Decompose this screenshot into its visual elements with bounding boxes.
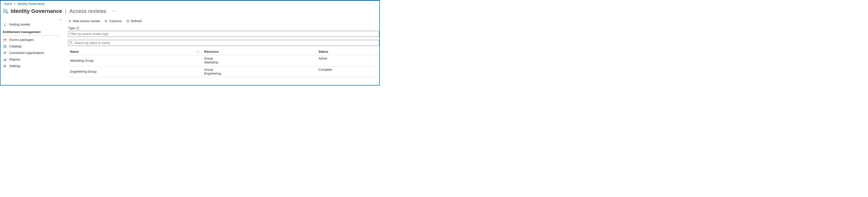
sidebar-item-access-packages[interactable]: Access packages <box>0 36 63 43</box>
breadcrumb-current[interactable]: Identity Governance <box>18 2 45 6</box>
new-access-review-button[interactable]: New access review <box>68 19 100 23</box>
column-header-status[interactable]: Status <box>318 50 379 54</box>
sidebar-section-entitlement: Entitlement management <box>0 28 63 35</box>
page-title: Identity Governance <box>11 8 62 14</box>
sidebar-item-label: Connected organizations <box>9 51 44 55</box>
more-actions-button[interactable]: ··· <box>112 9 116 13</box>
svg-point-26 <box>70 41 72 43</box>
collapse-sidebar-button[interactable]: « <box>60 18 61 21</box>
svg-rect-15 <box>5 59 5 61</box>
page-header: Identity Governance | Access reviews ··· <box>0 6 379 17</box>
breadcrumb: Home > Identity Governance <box>0 1 379 6</box>
refresh-button[interactable]: Refresh <box>126 19 142 23</box>
cell-status: Complete <box>318 68 379 76</box>
sidebar-item-connected-organizations[interactable]: Connected organizations <box>0 50 63 56</box>
svg-line-5 <box>7 13 8 14</box>
plus-icon <box>68 20 71 23</box>
sidebar-item-catalogs[interactable]: Catalogs <box>0 43 63 50</box>
info-icon[interactable]: i <box>76 27 79 30</box>
sort-icon[interactable]: ↑↓ <box>196 50 199 54</box>
gear-icon <box>3 64 7 68</box>
svg-line-27 <box>72 43 73 44</box>
search-icon <box>69 41 73 45</box>
rocket-icon <box>3 23 7 26</box>
toolbar-label: New access review <box>73 19 100 23</box>
sidebar-item-label: Getting started <box>9 23 30 26</box>
breadcrumb-separator: > <box>14 2 16 6</box>
type-label: Type <box>68 26 75 30</box>
svg-point-6 <box>4 23 4 24</box>
svg-point-17 <box>4 65 5 66</box>
reports-icon <box>3 58 7 61</box>
column-header-name[interactable]: Name ↑↓ <box>68 50 204 54</box>
cell-resource: Group Marketing <box>204 57 318 65</box>
cell-resource: Group Engineering <box>204 68 318 76</box>
breadcrumb-home[interactable]: Home <box>4 2 12 6</box>
sidebar-item-getting-started[interactable]: Getting started <box>0 21 63 28</box>
svg-point-7 <box>6 25 6 26</box>
sidebar-item-label: Reports <box>9 58 21 61</box>
toolbar-label: Refresh <box>131 19 142 23</box>
sidebar-item-reports[interactable]: Reports <box>0 56 63 63</box>
svg-rect-16 <box>6 59 6 61</box>
sidebar-item-settings[interactable]: Settings <box>0 63 63 69</box>
sidebar-item-label: Access packages <box>9 38 34 41</box>
main-content: New access review Columns Refresh Type i <box>63 17 379 86</box>
columns-button[interactable]: Columns <box>104 19 122 23</box>
svg-point-12 <box>4 52 5 53</box>
sidebar-item-label: Settings <box>9 64 21 68</box>
svg-point-13 <box>5 52 6 53</box>
title-divider: | <box>65 8 67 14</box>
package-icon <box>3 38 7 41</box>
cell-name: Engineering Group <box>68 68 204 76</box>
svg-rect-10 <box>4 45 5 47</box>
toolbar-label: Columns <box>109 19 122 23</box>
toolbar: New access review Columns Refresh <box>68 18 379 26</box>
table-row[interactable]: Engineering Group Group Engineering Comp… <box>68 66 379 77</box>
page-subtitle: Access reviews <box>69 8 106 14</box>
cell-name: Marketing Group <box>68 57 204 65</box>
table-header: Name ↑↓ Resource Status <box>68 48 379 55</box>
cell-status: Active <box>318 57 379 65</box>
access-reviews-table: Name ↑↓ Resource Status Marketing Group … <box>68 48 379 77</box>
type-filter-input[interactable] <box>68 31 379 37</box>
catalog-icon <box>3 45 7 48</box>
people-icon <box>3 51 7 55</box>
refresh-icon <box>126 20 130 23</box>
sidebar-item-label: Catalogs <box>9 44 22 48</box>
svg-rect-11 <box>5 45 6 47</box>
columns-icon <box>104 20 108 23</box>
type-filter-label-row: Type i <box>68 26 379 30</box>
svg-rect-14 <box>4 60 4 61</box>
table-row[interactable]: Marketing Group Group Marketing Active <box>68 55 379 66</box>
column-header-resource[interactable]: Resource <box>204 50 318 54</box>
search-input[interactable] <box>68 40 379 46</box>
svg-rect-9 <box>4 39 6 40</box>
identity-governance-icon <box>3 8 8 14</box>
sidebar: « Getting started Entitlement management… <box>0 17 63 86</box>
